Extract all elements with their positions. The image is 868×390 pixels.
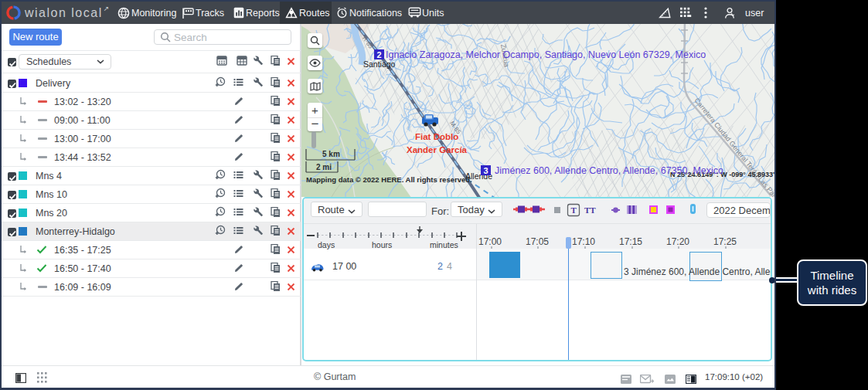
svg-text:Xander García: Xander García bbox=[407, 145, 468, 154]
svg-text:days: days bbox=[318, 240, 335, 249]
svg-text:2: 2 bbox=[377, 50, 382, 59]
svg-text:Ignacio Zaragoza, Melchor Ocam: Ignacio Zaragoza, Melchor Ocampo, Santia… bbox=[386, 49, 706, 60]
svg-text:2 mi: 2 mi bbox=[316, 163, 332, 171]
svg-text:Santiago: Santiago bbox=[363, 59, 396, 69]
svg-text:TT: TT bbox=[584, 205, 596, 215]
svg-text:minutes: minutes bbox=[430, 240, 458, 249]
svg-text:Jiménez 600, Allende Centro, A: Jiménez 600, Allende Centro, Allende, 67… bbox=[495, 165, 723, 176]
svg-text:hours: hours bbox=[372, 240, 392, 249]
svg-text:3: 3 bbox=[484, 166, 488, 175]
svg-text:T: T bbox=[571, 205, 577, 215]
svg-text:Fiat Doblo: Fiat Doblo bbox=[415, 132, 458, 141]
svg-text:Mapping data © 2022 HERE. All: Mapping data © 2022 HERE. All rights res… bbox=[306, 175, 472, 184]
svg-text:5 km: 5 km bbox=[322, 150, 340, 158]
